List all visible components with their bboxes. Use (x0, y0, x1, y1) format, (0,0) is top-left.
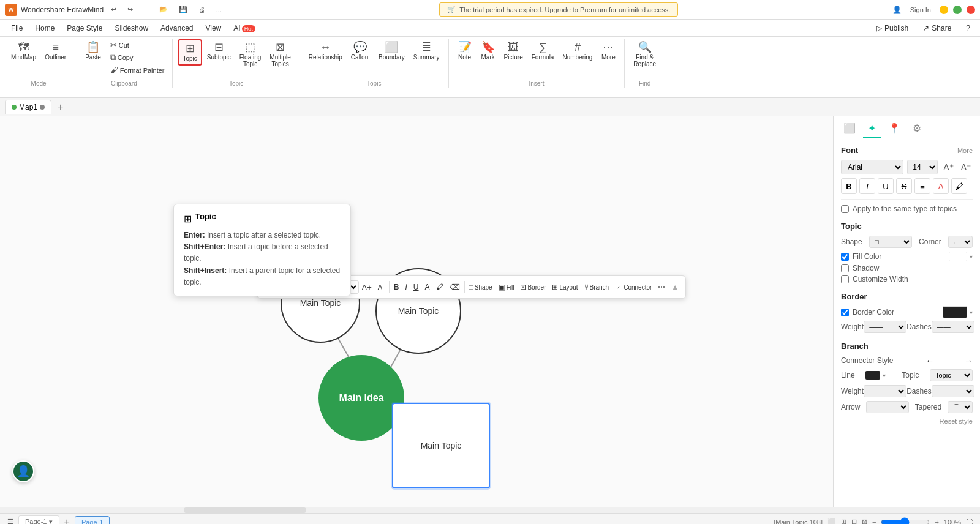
customize-width-checkbox[interactable] (841, 275, 849, 283)
redo-button[interactable]: ↪ (124, 4, 137, 15)
mark-button[interactable]: 🔖 Mark (477, 39, 499, 63)
note-button[interactable]: 📝 Note (454, 39, 476, 63)
ft-eraser[interactable]: ⌫ (447, 281, 463, 293)
main-idea-node[interactable]: Main Idea (318, 355, 404, 441)
numbering-button[interactable]: # Numbering (559, 39, 596, 63)
ft-highlight[interactable]: 🖍 (433, 281, 447, 293)
ft-shape[interactable]: □ Shape (466, 281, 496, 293)
zoom-slider[interactable] (881, 517, 930, 525)
shadow-label[interactable]: Shadow (853, 264, 879, 272)
ft-branch[interactable]: ⑂ Branch (581, 281, 612, 293)
share-button[interactable]: ↗ Share (918, 22, 956, 34)
ft-increase-size[interactable]: A+ (359, 281, 375, 294)
undo-button[interactable]: ↩ (107, 4, 120, 15)
font-section-more[interactable]: More (957, 147, 973, 154)
ft-layout[interactable]: ⊞ Layout (549, 281, 581, 293)
page-tab-1-active[interactable]: Page-1 (75, 516, 110, 525)
connector-style-icon[interactable]: ← (925, 356, 934, 365)
ft-font-color[interactable]: A (421, 281, 432, 293)
horizontal-scrollbar[interactable] (0, 507, 980, 513)
font-family-select[interactable]: Arial (841, 160, 903, 174)
new-button[interactable]: + (140, 5, 151, 15)
apply-same-checkbox[interactable] (841, 205, 849, 213)
underline-button[interactable]: U (878, 178, 894, 194)
fill-color-label[interactable]: Fill Color (853, 252, 881, 261)
border-color-checkbox[interactable] (841, 309, 849, 316)
branch-weight-select[interactable]: —— (864, 385, 907, 397)
find-replace-button[interactable]: 🔍 Find &Replace (630, 39, 660, 70)
bold-button[interactable]: B (841, 178, 857, 194)
page-tab-1[interactable]: Page-1 ▾ (18, 515, 59, 524)
save-button[interactable]: 💾 (175, 4, 191, 15)
panel-tab-settings[interactable]: ⚙ (908, 120, 926, 138)
open-button[interactable]: 📂 (156, 4, 172, 15)
apply-same-label[interactable]: Apply to the same type of topics (853, 204, 957, 213)
border-color-swatch[interactable] (943, 306, 967, 318)
window-minimize-button[interactable] (940, 6, 948, 14)
more-actions-button[interactable]: ... (213, 5, 225, 15)
avatar-button[interactable]: 👤 (12, 460, 34, 482)
topic-button[interactable]: ⊞ Topic (178, 39, 202, 66)
formula-button[interactable]: ∑ Formula (528, 39, 558, 63)
format-painter-button[interactable]: 🖌 Format Painter (107, 64, 168, 76)
zoom-out-button[interactable]: − (872, 518, 876, 525)
paste-button[interactable]: 📋 Paste (80, 39, 106, 63)
callout-button[interactable]: 💬 Callout (347, 39, 374, 63)
ft-more[interactable]: ⋯ (655, 281, 668, 293)
menu-file[interactable]: File (5, 21, 29, 35)
branch-dashes-select[interactable]: —— (932, 385, 974, 397)
border-color-label[interactable]: Border Color (853, 308, 894, 316)
ft-collapse[interactable]: ▲ (668, 281, 682, 293)
menu-advanced[interactable]: Advanced (154, 21, 199, 35)
boundary-button[interactable]: ⬜ Boundary (375, 39, 409, 63)
ft-decrease-size[interactable]: A- (375, 282, 388, 293)
picture-button[interactable]: 🖼 Picture (500, 39, 527, 63)
sidebar-toggle-button[interactable]: ☰ (7, 518, 13, 524)
branch-tapered-select[interactable]: ⌒ (948, 401, 973, 413)
panel-tab-format[interactable]: ⬜ (839, 120, 861, 138)
window-maximize-button[interactable] (953, 6, 962, 14)
border-color-expand[interactable]: ▾ (970, 309, 973, 316)
more-insert-button[interactable]: ⋯ More (597, 39, 619, 63)
print-button[interactable]: 🖨 (195, 5, 209, 15)
canvas[interactable]: Main Idea Main Topic Main Topic Main Top… (0, 116, 833, 507)
tab-map1[interactable]: Map1 (5, 100, 51, 114)
topic-node-3[interactable]: Main Topic (392, 403, 490, 488)
multiple-topics-button[interactable]: ⊠ MultipleTopics (266, 39, 294, 70)
font-increase-button[interactable]: A⁺ (941, 162, 955, 173)
add-page-button[interactable]: + (64, 517, 70, 525)
align-button[interactable]: ≡ (914, 178, 930, 194)
fullscreen-button[interactable]: ⛶ (966, 518, 973, 525)
outliner-button[interactable]: ≡ Outliner (41, 39, 70, 63)
fill-color-swatch[interactable] (949, 252, 967, 261)
branch-arrow-select[interactable]: —— (866, 401, 909, 413)
italic-button[interactable]: I (859, 178, 875, 194)
strikethrough-button[interactable]: S (896, 178, 912, 194)
menu-view[interactable]: View (199, 21, 227, 35)
sign-in-button[interactable]: Sign In (907, 5, 935, 15)
floating-topic-button[interactable]: ⬚ FloatingTopic (236, 39, 265, 70)
view-icon-3[interactable]: ⊟ (851, 518, 857, 524)
trial-banner[interactable]: 🛒 The trial period has expired. Upgrade … (439, 2, 678, 17)
fill-color-checkbox[interactable] (841, 253, 849, 261)
branch-topic-select[interactable]: Topic (930, 369, 973, 381)
publish-button[interactable]: ▷ Publish (872, 22, 913, 34)
help-button[interactable]: ? (961, 22, 975, 34)
reset-style-button[interactable]: Reset style (940, 417, 973, 425)
panel-tab-location[interactable]: 📍 (883, 120, 905, 138)
ft-connector[interactable]: ⟋ Connector (612, 281, 655, 293)
border-weight-select[interactable]: —— (864, 321, 907, 333)
ft-italic[interactable]: I (402, 281, 410, 293)
cut-button[interactable]: ✂ Cut (107, 39, 168, 51)
ft-bold[interactable]: B (391, 281, 402, 293)
branch-line-color-swatch[interactable] (865, 371, 880, 380)
font-color-button[interactable]: A (933, 178, 949, 194)
panel-tab-style[interactable]: ✦ (863, 120, 881, 138)
view-icon-1[interactable]: ⬜ (827, 518, 836, 524)
view-icon-4[interactable]: ⊠ (862, 518, 867, 524)
add-tab-button[interactable]: + (54, 100, 67, 114)
menu-ai[interactable]: AIHot (227, 21, 261, 35)
window-close-button[interactable] (967, 6, 975, 14)
corner-select[interactable]: ⌐ (948, 236, 973, 248)
menu-slideshow[interactable]: Slideshow (108, 21, 154, 35)
